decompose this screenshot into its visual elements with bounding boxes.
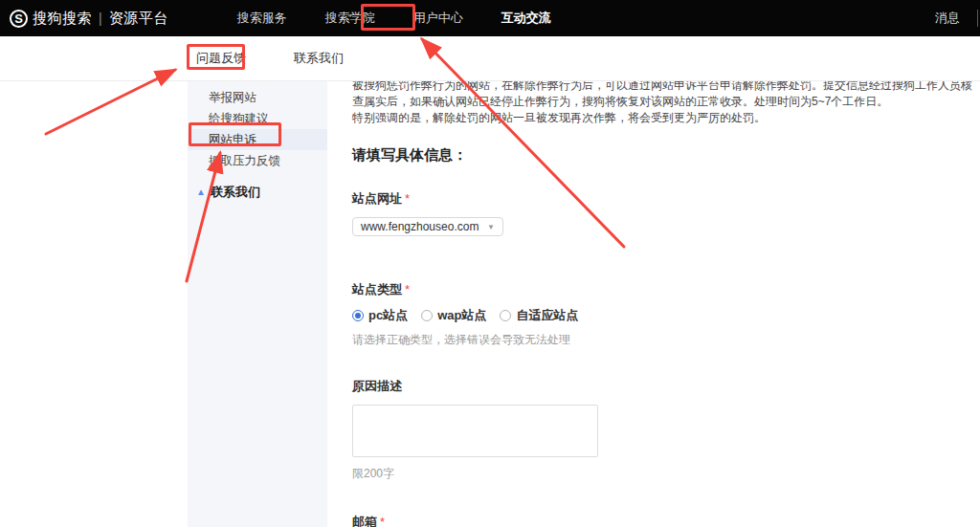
site-url-label: 站点网址* bbox=[352, 190, 980, 208]
radio-pc-site[interactable]: pc站点 bbox=[352, 307, 408, 324]
radio-adaptive-site[interactable]: 自适应站点 bbox=[500, 307, 578, 324]
messages-link[interactable]: 消息 bbox=[935, 10, 960, 27]
sidebar-section-label: 联系我们 bbox=[211, 184, 260, 201]
site-type-radio-group: pc站点 wap站点 自适应站点 bbox=[352, 307, 980, 324]
sidebar: 举报网站 给搜狗建议 网站申诉 抓取压力反馈 ▲ 联系我们 bbox=[188, 81, 327, 527]
site-url-select[interactable]: www.fengzhouseo.com ▼ bbox=[352, 217, 503, 236]
product-name: 资源平台 bbox=[109, 10, 168, 28]
tab-problem-feedback[interactable]: 问题反馈 bbox=[196, 50, 246, 67]
site-type-help: 请选择正确类型，选择错误会导致无法处理 bbox=[352, 332, 980, 348]
sidebar-section-contact-us[interactable]: ▲ 联系我们 bbox=[188, 184, 327, 201]
brand-logo[interactable]: S 搜狗搜索 | 资源平台 bbox=[10, 10, 168, 28]
radio-icon bbox=[352, 310, 364, 321]
triangle-icon: ▲ bbox=[196, 187, 206, 197]
radio-wap-site[interactable]: wap站点 bbox=[421, 307, 486, 324]
tab-contact-us[interactable]: 联系我们 bbox=[294, 50, 344, 67]
sidebar-item-suggestions[interactable]: 给搜狗建议 bbox=[188, 108, 327, 129]
nav-item-user-center[interactable]: 用户中心 bbox=[413, 10, 463, 27]
topbar-right: 消息 bbox=[935, 10, 980, 27]
topbar-divider bbox=[977, 10, 978, 27]
nav-item-interaction[interactable]: 互动交流 bbox=[501, 10, 551, 27]
required-mark: * bbox=[405, 282, 410, 296]
email-label: 邮箱* bbox=[352, 514, 980, 527]
intro-paragraph-1: 被搜狗惩罚作弊行为的网站，在解除作弊行为后，可以通过网站申诉平台申请解除作弊处罚… bbox=[352, 77, 980, 110]
nav-item-search-college[interactable]: 搜索学院 bbox=[325, 10, 375, 27]
required-mark: * bbox=[380, 515, 385, 527]
form-heading: 请填写具体信息： bbox=[352, 146, 980, 165]
reason-label: 原因描述 bbox=[352, 378, 980, 395]
top-navbar: S 搜狗搜索 | 资源平台 搜索服务 搜索学院 用户中心 互动交流 消息 bbox=[0, 0, 980, 36]
intro-paragraph-2: 特别强调的是，解除处罚的网站一旦被发现再次作弊，将会受到更为严厉的处罚。 bbox=[352, 110, 980, 126]
reason-textarea[interactable] bbox=[352, 405, 598, 457]
page: S 搜狗搜索 | 资源平台 搜索服务 搜索学院 用户中心 互动交流 消息 问题反… bbox=[0, 0, 980, 527]
top-nav-menu: 搜索服务 搜索学院 用户中心 互动交流 bbox=[237, 10, 551, 27]
radio-icon bbox=[421, 310, 433, 321]
required-mark: * bbox=[405, 191, 410, 206]
sidebar-item-site-appeal[interactable]: 网站申诉 bbox=[188, 129, 327, 150]
sidebar-item-crawl-pressure[interactable]: 抓取压力反馈 bbox=[188, 150, 327, 171]
sub-navbar: 问题反馈 联系我们 bbox=[0, 36, 980, 81]
main-content: 被搜狗惩罚作弊行为的网站，在解除作弊行为后，可以通过网站申诉平台申请解除作弊处罚… bbox=[352, 81, 980, 527]
brand-name: 搜狗搜索 bbox=[33, 10, 92, 28]
brand-divider: | bbox=[99, 11, 102, 26]
sidebar-item-report-site[interactable]: 举报网站 bbox=[188, 87, 327, 108]
sogou-logo-icon: S bbox=[10, 10, 28, 28]
radio-icon bbox=[500, 310, 511, 321]
site-url-value: www.fengzhouseo.com bbox=[361, 220, 479, 233]
chevron-down-icon: ▼ bbox=[487, 223, 495, 231]
nav-item-search-services[interactable]: 搜索服务 bbox=[237, 10, 287, 27]
site-type-label: 站点类型* bbox=[352, 281, 980, 298]
reason-limit-note: 限200字 bbox=[352, 466, 980, 482]
